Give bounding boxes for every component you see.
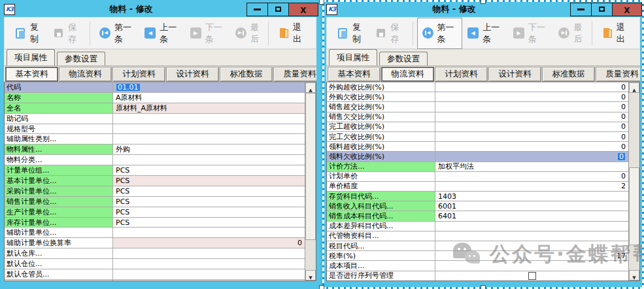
field-label[interactable]: 全名 (5, 103, 113, 113)
field-value[interactable]: 0 (113, 238, 305, 248)
field-label[interactable]: 成本项目... (327, 261, 435, 270)
field-label[interactable]: 完工欠收比例(%) (327, 132, 435, 141)
copy-button[interactable]: 复制 (332, 18, 370, 49)
field-label[interactable]: 辅助计量单位... (5, 228, 113, 237)
subtab-standard-data[interactable]: 标准数据 (220, 67, 273, 82)
field-value[interactable]: 0 (435, 172, 628, 181)
close-button[interactable] (612, 3, 642, 16)
field-value[interactable]: 原材料_A原材料 (113, 103, 305, 113)
field-label[interactable]: 规格型号 (5, 124, 113, 134)
field-label[interactable]: 计划单价 (327, 172, 435, 181)
subtab-planning[interactable]: 计划资料 (435, 67, 488, 82)
subtab-basic-info[interactable]: 基本资料 (328, 67, 381, 82)
scrollbar-thumb[interactable] (305, 93, 316, 240)
field-label[interactable]: 单价精度 (327, 182, 435, 191)
field-label[interactable]: 采购计量单位... (5, 186, 113, 196)
field-label[interactable]: 名称 (5, 93, 113, 103)
field-value[interactable] (113, 248, 305, 258)
tab-project-properties[interactable]: 项目属性 (7, 49, 55, 65)
scrollbar-track[interactable] (305, 93, 316, 270)
field-label[interactable]: 物料分类... (5, 155, 113, 165)
field-value[interactable]: A原材料 (113, 93, 305, 103)
field-label[interactable]: 税率(%) (327, 251, 435, 260)
field-value[interactable]: 6001 (435, 201, 628, 211)
field-value[interactable]: PCS (113, 207, 305, 217)
maximize-button[interactable] (591, 3, 613, 16)
titlebar[interactable]: 物料 - 修改 (0, 0, 320, 17)
tab-parameter-settings[interactable]: 参数设置 (57, 52, 105, 65)
field-label[interactable]: 销售欠交比例(%) (327, 112, 435, 122)
field-label[interactable]: 代管物资科目... (327, 231, 435, 241)
field-value[interactable] (435, 261, 628, 270)
field-label[interactable]: 默认仓库... (5, 248, 113, 258)
field-value[interactable]: PCS (113, 218, 305, 228)
field-label[interactable]: 销售成本科目代码... (327, 211, 435, 220)
field-value[interactable]: 0 (435, 152, 628, 161)
field-label[interactable]: 领料超收比例(%) (327, 142, 435, 151)
field-value[interactable]: 0 (435, 102, 628, 111)
field-value[interactable] (113, 124, 305, 134)
field-value[interactable]: 2 (435, 182, 628, 191)
scroll-down-button[interactable] (305, 270, 316, 280)
field-value[interactable]: PCS (113, 165, 305, 175)
scrollbar-track[interactable] (629, 93, 639, 270)
serial-number-checkbox[interactable] (528, 272, 536, 280)
first-button[interactable]: 第一条 (417, 18, 463, 49)
vertical-scrollbar[interactable] (305, 82, 316, 280)
field-value[interactable]: 0 (435, 92, 628, 101)
field-value[interactable] (113, 228, 305, 237)
exit-button[interactable]: 退出 (596, 18, 634, 49)
field-value[interactable]: 0 (435, 132, 628, 141)
field-label[interactable]: 基本计量单位... (5, 176, 113, 186)
subtab-basic-info[interactable]: 基本资料 (5, 67, 58, 82)
prev-button[interactable]: 上一条 (462, 18, 508, 49)
field-value[interactable] (435, 241, 628, 250)
field-label[interactable]: 物料属性... (5, 144, 113, 154)
field-value[interactable] (113, 134, 305, 144)
field-label[interactable]: 是否进行序列号管理 (327, 271, 435, 280)
field-value[interactable]: 加权平均法 (435, 162, 628, 171)
selection-handle[interactable] (481, 285, 486, 289)
field-value[interactable]: 外购 (113, 144, 305, 154)
selection-handle[interactable] (319, 0, 324, 5)
subtab-quality[interactable]: 质量资料 (273, 67, 316, 82)
field-value[interactable] (435, 222, 628, 231)
scroll-down-button[interactable] (629, 270, 639, 280)
first-button[interactable]: 第一条 (94, 18, 139, 49)
tab-parameter-settings[interactable]: 参数设置 (379, 52, 428, 65)
field-value[interactable] (113, 280, 305, 280)
field-value[interactable] (113, 114, 305, 124)
field-value[interactable]: 6401 (435, 211, 628, 220)
subtab-design[interactable]: 设计资料 (488, 67, 541, 82)
field-label[interactable]: 外购超收比例(%) (327, 82, 435, 92)
field-label[interactable]: 生产计量单位... (5, 207, 113, 217)
scroll-up-button[interactable] (305, 82, 316, 93)
minimize-button[interactable] (570, 3, 592, 16)
field-value[interactable] (113, 269, 305, 279)
maximize-button[interactable] (267, 3, 289, 16)
field-value[interactable]: 1403 (435, 192, 628, 201)
field-value[interactable]: PCS (113, 176, 305, 186)
field-value[interactable]: 0 (435, 82, 628, 92)
subtab-standard-data[interactable]: 标准数据 (542, 67, 595, 82)
field-label[interactable]: 销售收入科目代码... (327, 201, 435, 211)
field-label[interactable]: 完工超收比例(%) (327, 122, 435, 131)
field-label[interactable]: 库存计量单位... (5, 218, 113, 228)
field-label[interactable]: 辅助属性类别... (5, 134, 113, 144)
selection-handle[interactable] (319, 285, 324, 289)
selection-handle[interactable] (481, 0, 486, 4)
field-label[interactable]: 助记码 (5, 114, 113, 124)
field-value[interactable]: 17 (435, 251, 628, 260)
scroll-up-button[interactable] (629, 82, 639, 93)
field-value[interactable]: 01.01 (113, 82, 305, 92)
subtab-logistics[interactable]: 物流资料 (59, 67, 112, 82)
minimize-button[interactable] (246, 3, 268, 16)
field-value[interactable] (113, 155, 305, 165)
subtab-planning[interactable]: 计划资料 (112, 67, 165, 82)
close-button[interactable] (288, 3, 318, 16)
field-label[interactable]: 存货科目代码... (327, 192, 435, 201)
field-label[interactable]: 领料欠收比例(%) (327, 152, 435, 161)
subtab-design[interactable]: 设计资料 (166, 67, 219, 82)
field-label[interactable]: 默认仓管员... (5, 269, 113, 279)
field-label[interactable]: 计价方法... (327, 162, 435, 171)
